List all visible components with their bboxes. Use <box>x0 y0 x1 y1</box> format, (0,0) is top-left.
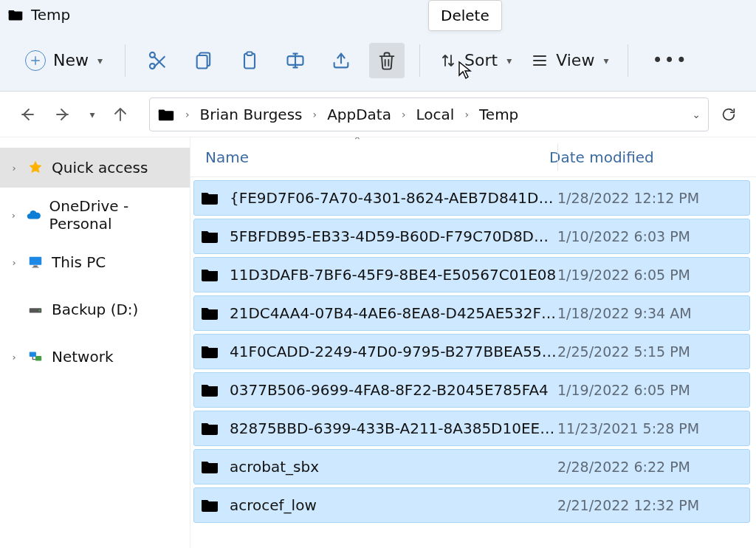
copy-icon <box>193 50 214 71</box>
rename-button[interactable] <box>278 43 313 78</box>
sidebar-item-label: OneDrive - Personal <box>49 197 181 233</box>
copy-button[interactable] <box>186 43 221 78</box>
chevron-right-icon[interactable]: › <box>181 109 194 120</box>
folder-icon <box>200 457 219 476</box>
back-button[interactable] <box>12 99 43 130</box>
address-bar[interactable]: › Brian Burgess › AppData › Local › Temp… <box>149 97 709 131</box>
file-name: 11D3DAFB-7BF6-45F9-8BE4-E50567C01E08 <box>230 266 557 284</box>
window-title: Temp <box>31 6 70 24</box>
folder-icon <box>200 265 219 284</box>
file-row[interactable]: 21DC4AA4-07B4-4AE6-8EA8-D425AE532F091/18… <box>193 295 750 331</box>
breadcrumb-segment[interactable]: Brian Burgess <box>197 104 306 125</box>
file-name: 82875BBD-6399-433B-A211-8A385D10EE7A <box>230 419 557 437</box>
folder-icon <box>7 7 24 23</box>
chevron-right-icon[interactable]: › <box>397 109 410 120</box>
chevron-down-icon: ▾ <box>97 55 103 66</box>
view-button[interactable]: View ▾ <box>526 47 613 74</box>
title-bar: Temp <box>0 0 756 30</box>
rename-icon <box>285 50 306 71</box>
main-area: › Quick access › OneDrive - Personal › T… <box>0 137 756 548</box>
file-date: 11/23/2021 5:28 PM <box>557 420 743 436</box>
file-row[interactable]: {FE9D7F06-7A70-4301-8624-AEB7D841D7D5}1/… <box>193 180 750 216</box>
file-date: 2/25/2022 5:15 PM <box>557 343 743 360</box>
arrow-right-icon <box>54 106 72 123</box>
file-row[interactable]: 5FBFDB95-EB33-4D59-B60D-F79C70D8D8FD1/10… <box>193 219 750 254</box>
file-date: 1/19/2022 6:05 PM <box>557 267 743 283</box>
share-button[interactable] <box>323 43 359 78</box>
file-row[interactable]: 11D3DAFB-7BF6-45F9-8BE4-E50567C01E081/19… <box>193 257 750 292</box>
more-button[interactable]: ••• <box>643 46 696 75</box>
file-row[interactable]: 82875BBD-6399-433B-A211-8A385D10EE7A11/2… <box>193 411 750 446</box>
chevron-right-icon[interactable]: › <box>460 109 473 120</box>
sort-indicator-up-icon: ⌃ <box>353 137 362 146</box>
breadcrumb-segment[interactable]: Temp <box>476 104 521 125</box>
view-button-label: View <box>556 51 594 69</box>
delete-tooltip: Delete <box>428 0 502 31</box>
sidebar-item-label: Network <box>52 348 114 366</box>
file-date: 2/28/2022 6:22 PM <box>557 459 743 475</box>
svg-rect-8 <box>33 266 38 267</box>
refresh-icon <box>721 106 737 123</box>
sidebar-item-label: Backup (D:) <box>52 301 138 318</box>
up-button[interactable] <box>105 99 136 130</box>
file-name: 41F0CADD-2249-47D0-9795-B277BBEA55A5 <box>230 343 557 360</box>
chevron-right-icon: › <box>9 210 18 221</box>
file-date: 1/10/2022 6:03 PM <box>557 228 743 244</box>
file-name: acrocef_low <box>230 496 557 514</box>
folder-icon <box>200 304 219 323</box>
recent-locations-button[interactable]: ▾ <box>83 99 100 130</box>
svg-rect-9 <box>32 267 38 267</box>
sidebar-item-network[interactable]: › Network <box>0 337 190 377</box>
file-date: 1/18/2022 9:34 AM <box>557 305 743 321</box>
file-name: 0377B506-9699-4FA8-8F22-B2045E785FA4 <box>230 381 557 399</box>
chevron-right-icon: › <box>9 352 19 363</box>
refresh-button[interactable] <box>713 99 744 130</box>
paste-button[interactable] <box>232 43 267 78</box>
breadcrumb-segment[interactable]: AppData <box>324 104 394 125</box>
file-list[interactable]: {FE9D7F06-7A70-4301-8624-AEB7D841D7D5}1/… <box>190 177 756 548</box>
file-row[interactable]: 0377B506-9699-4FA8-8F22-B2045E785FA41/19… <box>193 372 750 408</box>
column-separator[interactable] <box>557 143 558 171</box>
separator <box>419 44 420 77</box>
share-icon <box>331 50 351 71</box>
folder-icon <box>200 227 219 246</box>
sort-icon <box>439 52 457 69</box>
svg-rect-7 <box>30 257 42 265</box>
column-header-name[interactable]: Name <box>205 148 549 166</box>
file-row[interactable]: acrocef_low2/21/2022 12:32 PM <box>193 487 750 523</box>
chevron-right-icon[interactable]: › <box>309 109 322 120</box>
sidebar: › Quick access › OneDrive - Personal › T… <box>0 137 190 548</box>
delete-button[interactable] <box>369 43 405 78</box>
sidebar-item-quick-access[interactable]: › Quick access <box>0 148 190 188</box>
sidebar-item-this-pc[interactable]: › This PC <box>0 242 190 282</box>
forward-button[interactable] <box>47 99 78 130</box>
column-header-date[interactable]: Date modified <box>549 148 741 166</box>
file-row[interactable]: 41F0CADD-2249-47D0-9795-B277BBEA55A52/25… <box>193 334 750 369</box>
command-bar: New ▾ Sort ▾ View ▾ ••• <box>0 30 756 92</box>
svg-point-0 <box>150 52 155 57</box>
separator <box>628 44 628 77</box>
navigation-row: ▾ › Brian Burgess › AppData › Local › Te… <box>0 92 756 137</box>
folder-icon <box>200 496 219 515</box>
file-name: acrobat_sbx <box>230 458 557 476</box>
monitor-icon <box>27 253 44 271</box>
file-row[interactable]: acrobat_sbx2/28/2022 6:22 PM <box>193 449 750 484</box>
column-header-name-label: Name <box>205 148 249 166</box>
sidebar-item-backup-drive[interactable]: Backup (D:) <box>0 290 190 329</box>
sort-button[interactable]: Sort ▾ <box>435 47 516 74</box>
network-icon <box>27 348 44 366</box>
breadcrumb-segment[interactable]: Local <box>413 104 458 125</box>
sort-button-label: Sort <box>464 51 498 69</box>
chevron-right-icon: › <box>9 162 19 174</box>
trash-icon <box>377 50 397 71</box>
svg-point-11 <box>38 309 40 311</box>
view-list-icon <box>531 52 549 69</box>
file-date: 1/28/2022 12:12 PM <box>557 190 743 206</box>
chevron-down-icon[interactable]: ⌄ <box>692 109 701 120</box>
svg-rect-12 <box>30 352 36 357</box>
new-button[interactable]: New ▾ <box>18 46 110 75</box>
file-date: 1/19/2022 6:05 PM <box>557 382 743 398</box>
chevron-down-icon: ▾ <box>89 109 94 120</box>
cut-button[interactable] <box>140 43 176 78</box>
sidebar-item-onedrive[interactable]: › OneDrive - Personal <box>0 195 190 235</box>
